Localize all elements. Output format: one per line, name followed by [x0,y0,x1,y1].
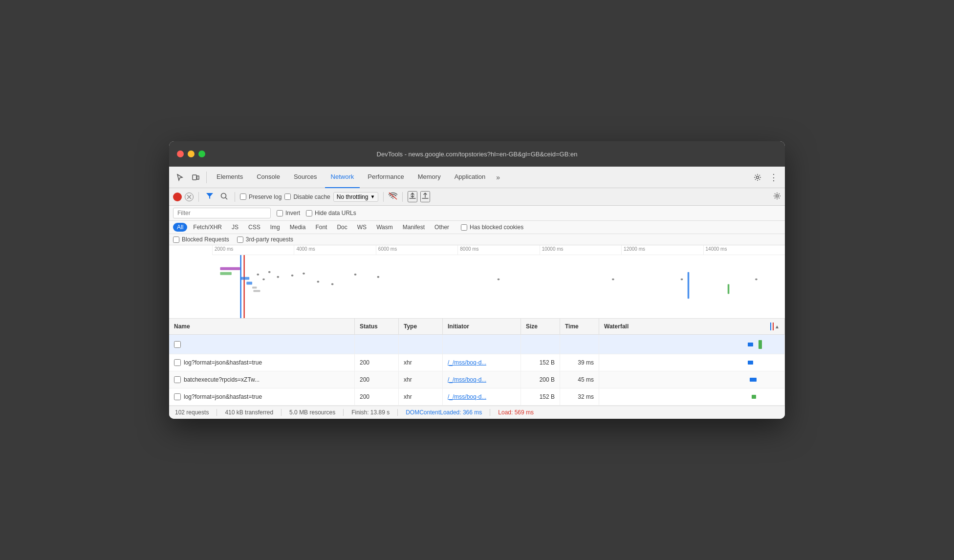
filter-button[interactable] [204,192,216,202]
td-name-1: log?format=json&hasfast=true [169,354,355,371]
col-initiator[interactable]: Initiator [443,319,521,334]
more-options-button[interactable]: ⋮ [766,171,781,184]
table-row[interactable]: log?format=json&hasfast=true 200 xhr /_/… [169,388,785,406]
requests-count: 102 requests [175,409,209,416]
filter-ws[interactable]: WS [353,223,370,232]
svg-point-30 [755,279,758,280]
svg-point-27 [498,279,500,280]
filter-manifest[interactable]: Manifest [399,223,429,232]
dom-content-loaded: DOMContentLoaded: 366 ms [406,409,482,416]
filter-js[interactable]: JS [228,223,242,232]
filter-all[interactable]: All [173,223,187,232]
col-size[interactable]: Size [521,319,560,334]
has-blocked-label[interactable]: Has blocked cookies [461,224,523,231]
svg-point-14 [277,276,279,278]
third-party-label[interactable]: 3rd-party requests [237,236,293,243]
table-row-highlight[interactable] [169,335,785,354]
tab-sources[interactable]: Sources [288,167,323,188]
td-name-3: log?format=json&hasfast=true [169,388,355,405]
svg-point-11 [257,274,259,276]
svg-rect-31 [688,272,690,299]
col-type[interactable]: Type [399,319,443,334]
disable-cache-label[interactable]: Disable cache [284,194,330,200]
tab-network[interactable]: Network [325,167,360,188]
select-element-button[interactable] [173,172,187,183]
row-checkbox-2[interactable] [174,376,181,383]
filter-fetch-xhr[interactable]: Fetch/XHR [189,223,226,232]
filter-input[interactable] [173,208,271,218]
search-button[interactable] [218,192,230,202]
table-row[interactable]: batchexecute?rpcids=xZTw... 200 xhr /_/m… [169,371,785,388]
tab-memory[interactable]: Memory [412,167,447,188]
td-time-3: 32 ms [560,388,599,405]
svg-rect-23 [241,277,250,280]
record-button[interactable] [173,193,182,201]
filter-bar: Invert Hide data URLs [169,206,785,221]
traffic-lights [177,151,205,157]
col-time[interactable]: Time [560,319,599,334]
tab-performance[interactable]: Performance [362,167,410,188]
col-waterfall[interactable]: Waterfall ▲ [599,319,785,334]
minimize-button[interactable] [188,151,195,157]
row-checkbox-3[interactable] [174,393,181,400]
type-filter-bar: All Fetch/XHR JS CSS Img Media Font Doc … [169,221,785,234]
invert-label[interactable]: Invert [277,210,300,216]
tick-4000: 4000 ms [294,245,375,255]
preserve-log-checkbox[interactable] [240,194,246,200]
row-checkbox-0[interactable] [174,341,181,348]
preserve-log-label[interactable]: Preserve log [240,194,282,200]
tab-console[interactable]: Console [251,167,286,188]
td-type-0 [399,335,443,354]
svg-rect-0 [193,175,196,180]
filter-wasm[interactable]: Wasm [372,223,397,232]
filter-img[interactable]: Img [266,223,284,232]
tick-2000: 2000 ms [212,245,294,255]
device-toggle-button[interactable] [189,172,202,183]
toolbar-divider-1 [206,172,207,183]
row-checkbox-1[interactable] [174,359,181,366]
col-status[interactable]: Status [355,319,399,334]
table-row[interactable]: log?format=json&hasfast=true 200 xhr /_/… [169,354,785,371]
filter-doc[interactable]: Doc [333,223,351,232]
td-name-0 [169,335,355,354]
import-har-button[interactable] [408,191,417,202]
network-conditions-icon[interactable] [389,192,397,201]
col-name[interactable]: Name [169,319,355,334]
td-initiator-3: /_/mss/boq-d... [443,388,521,405]
settings-button[interactable] [751,172,764,183]
tick-6000: 6000 ms [376,245,457,255]
fullscreen-button[interactable] [198,151,205,157]
third-party-checkbox[interactable] [237,237,243,243]
td-status-2: 200 [355,371,399,388]
close-button[interactable] [177,151,184,157]
blocked-requests-label[interactable]: Blocked Requests [173,236,229,243]
filter-font[interactable]: Font [311,223,331,232]
network-settings-icon[interactable] [773,192,781,201]
throttle-select[interactable]: No throttling ▼ [333,192,379,202]
hide-urls-checkbox[interactable] [306,210,312,216]
svg-point-8 [776,195,779,197]
filter-css[interactable]: CSS [244,223,264,232]
svg-rect-22 [220,272,231,275]
svg-rect-1 [197,176,199,179]
invert-checkbox[interactable] [277,210,283,216]
status-divider-4 [397,409,398,416]
hide-urls-label[interactable]: Hide data URLs [306,210,356,216]
svg-rect-26 [253,290,260,292]
export-har-button[interactable] [420,191,430,202]
more-tabs-button[interactable]: » [493,172,503,183]
filter-media[interactable]: Media [286,223,310,232]
svg-point-28 [612,279,614,280]
disable-cache-checkbox[interactable] [284,194,291,200]
svg-rect-32 [728,284,730,294]
tab-elements[interactable]: Elements [211,167,249,188]
blocked-requests-checkbox[interactable] [173,237,179,243]
filter-other[interactable]: Other [431,223,453,232]
network-table: Name Status Type Initiator Size Time Wat… [169,319,785,406]
has-blocked-checkbox[interactable] [461,224,467,231]
tab-application[interactable]: Application [449,167,492,188]
tick-12000: 12000 ms [621,245,703,255]
tick-10000: 10000 ms [540,245,621,255]
clear-button[interactable] [185,193,194,201]
td-size-3: 152 B [521,388,560,405]
